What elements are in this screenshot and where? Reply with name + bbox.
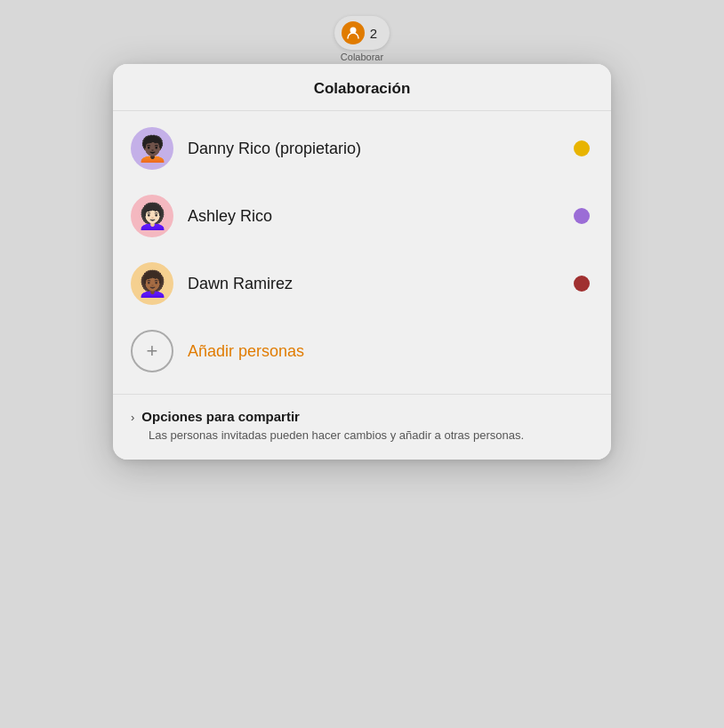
colaborar-label: Colaborar — [341, 52, 383, 62]
participant-name: Ashley Rico — [188, 207, 559, 226]
popover-title: Colaboración — [113, 64, 611, 111]
collab-count: 2 — [370, 26, 377, 41]
participants-list: 🧑🏿‍🦱 Danny Rico (propietario) 👩🏻‍🦱 Ashle… — [113, 111, 611, 395]
chevron-right-icon: › — [131, 411, 134, 424]
avatar: 👩🏾‍🦱 — [131, 262, 173, 305]
presence-dot — [574, 276, 590, 292]
collaborate-icon — [342, 21, 365, 44]
add-circle-button[interactable]: + — [131, 330, 173, 372]
avatar: 👩🏻‍🦱 — [131, 195, 173, 237]
presence-dot — [574, 208, 590, 224]
table-row[interactable]: 🧑🏿‍🦱 Danny Rico (propietario) — [113, 115, 611, 182]
participant-name: Dawn Ramirez — [188, 275, 559, 293]
table-row[interactable]: 👩🏻‍🦱 Ashley Rico — [113, 182, 611, 250]
collaboration-popover: Colaboración 🧑🏿‍🦱 Danny Rico (propietari… — [113, 64, 611, 460]
add-persons-label: Añadir personas — [188, 342, 304, 361]
table-row[interactable]: 👩🏾‍🦱 Dawn Ramirez — [113, 250, 611, 317]
sharing-options-section[interactable]: › Opciones para compartir Las personas i… — [113, 395, 611, 460]
sharing-options-title: Opciones para compartir — [141, 409, 300, 424]
plus-icon: + — [147, 341, 158, 361]
avatar: 🧑🏿‍🦱 — [131, 127, 173, 170]
sharing-title-row: › Opciones para compartir — [131, 409, 593, 424]
add-persons-row[interactable]: + Añadir personas — [113, 317, 611, 390]
sharing-options-subtitle: Las personas invitadas pueden hacer camb… — [131, 428, 593, 444]
collaborate-button[interactable]: 2 — [334, 16, 390, 50]
toolbar-area: 2 Colaborar — [0, 0, 724, 55]
participant-name: Danny Rico (propietario) — [188, 140, 559, 158]
presence-dot — [574, 140, 590, 156]
